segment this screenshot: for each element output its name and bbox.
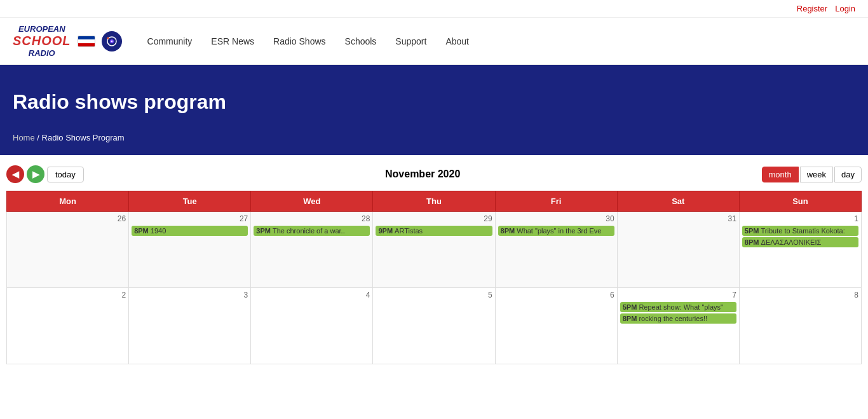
day-number: 1 — [742, 214, 858, 223]
view-buttons: month week day — [762, 167, 862, 182]
calendar-event[interactable]: 3PM The chronicle of a war.. — [254, 226, 370, 236]
radio-icon — [102, 31, 122, 52]
calendar-cell: 283PM The chronicle of a war.. — [251, 212, 373, 288]
nav-support[interactable]: Support — [395, 36, 426, 46]
col-header-wed: Wed — [251, 191, 373, 212]
event-title: ARTistas — [395, 227, 423, 235]
nav-community[interactable]: Community — [147, 36, 193, 46]
calendar-event[interactable]: 5PM Repeat show: What "plays" — [620, 302, 736, 312]
view-month-button[interactable]: month — [762, 167, 799, 182]
page-title: Radio shows program — [13, 90, 855, 114]
calendar-event[interactable]: 8PM What "plays" in the 3rd Eve — [498, 226, 614, 236]
day-number: 8 — [742, 291, 858, 299]
calendar-cell: 75PM Repeat show: What "plays"8PM rockin… — [617, 288, 739, 364]
col-header-sat: Sat — [617, 191, 739, 212]
breadcrumb-separator: / — [37, 133, 41, 142]
event-time: 8PM — [501, 227, 517, 235]
col-header-tue: Tue — [129, 191, 251, 212]
logo-line3: RADIO — [29, 48, 55, 58]
login-link[interactable]: Login — [835, 4, 855, 13]
calendar-week-row: 26278PM 1940283PM The chronicle of a war… — [7, 212, 862, 288]
prev-button[interactable]: ◀ — [6, 165, 24, 183]
logo-area: EUROPEAN SCHOOL RADIO — [13, 24, 122, 58]
nav-radio-shows[interactable]: Radio Shows — [273, 36, 326, 46]
col-header-thu: Thu — [373, 191, 495, 212]
event-time: 5PM — [745, 227, 761, 235]
calendar-cell: 3 — [129, 288, 251, 364]
top-bar: Register Login — [0, 0, 868, 18]
event-time: 8PM — [134, 227, 151, 235]
breadcrumb-home[interactable]: Home — [13, 133, 35, 142]
calendar-event[interactable]: 8PM 1940 — [132, 226, 248, 236]
svg-point-3 — [107, 37, 109, 39]
header: EUROPEAN SCHOOL RADIO Community ESR News… — [0, 18, 868, 65]
calendar-cell: 299PM ARTistas — [373, 212, 495, 288]
day-number: 3 — [132, 291, 248, 299]
day-number: 31 — [620, 214, 736, 223]
event-time: 9PM — [378, 227, 395, 235]
flag-icon — [78, 36, 95, 47]
breadcrumb-current: Radio Shows Program — [42, 133, 125, 142]
calendar-cell: 278PM 1940 — [129, 212, 251, 288]
day-number: 6 — [498, 291, 614, 299]
calendar-cell: 31 — [617, 212, 739, 288]
calendar-cell: 308PM What "plays" in the 3rd Eve — [495, 212, 617, 288]
view-day-button[interactable]: day — [834, 167, 862, 182]
calendar-event[interactable]: 9PM ARTistas — [376, 226, 492, 236]
calendar-event[interactable]: 8PM rocking the centuries!! — [620, 313, 736, 324]
event-title: 1940 — [151, 227, 166, 235]
event-time: 8PM — [623, 315, 639, 322]
calendar-event[interactable]: 5PM Tribute to Stamatis Kokota: — [742, 226, 858, 236]
calendar-toolbar: ◀ ▶ today November 2020 month week day — [6, 165, 862, 183]
col-header-fri: Fri — [495, 191, 617, 212]
today-button[interactable]: today — [47, 167, 84, 182]
logo-line1: EUROPEAN — [18, 24, 65, 34]
day-number: 27 — [132, 214, 248, 223]
logo-line2: SCHOOL — [13, 34, 71, 48]
next-button[interactable]: ▶ — [27, 165, 44, 183]
day-number: 28 — [254, 214, 370, 223]
calendar-cell: 5 — [373, 288, 495, 364]
calendar-month-title: November 2020 — [84, 168, 762, 180]
event-title: What "plays" in the 3rd Eve — [517, 227, 601, 235]
event-title: The chronicle of a war.. — [273, 227, 345, 235]
event-title: ΔΕΛΑΣΑΛΟΝΙΚΕΙΣ — [761, 238, 822, 246]
calendar-cell: 26 — [7, 212, 129, 288]
register-link[interactable]: Register — [797, 4, 827, 13]
svg-point-2 — [111, 40, 112, 41]
calendar-grid: MonTueWedThuFriSatSun 26278PM 1940283PM … — [6, 191, 862, 364]
calendar-section: ◀ ▶ today November 2020 month week day M… — [0, 155, 868, 374]
calendar-event[interactable]: 8PM ΔΕΛΑΣΑΛΟΝΙΚΕΙΣ — [742, 237, 858, 247]
day-number: 26 — [10, 214, 126, 223]
calendar-week-row: 2345675PM Repeat show: What "plays"8PM r… — [7, 288, 862, 364]
calendar-header: MonTueWedThuFriSatSun — [7, 191, 862, 212]
event-time: 8PM — [745, 238, 761, 246]
breadcrumb: Home / Radio Shows Program — [13, 133, 855, 142]
event-time: 5PM — [623, 303, 639, 311]
day-number: 4 — [254, 291, 370, 299]
event-title: Tribute to Stamatis Kokota: — [761, 227, 845, 235]
day-number: 30 — [498, 214, 614, 223]
day-number: 29 — [376, 214, 492, 223]
calendar-cell: 15PM Tribute to Stamatis Kokota:8PM ΔΕΛΑ… — [739, 212, 861, 288]
event-time: 3PM — [256, 227, 273, 235]
calendar-cell: 2 — [7, 288, 129, 364]
day-number: 5 — [376, 291, 492, 299]
nav-about[interactable]: About — [445, 36, 469, 46]
calendar-cell: 8 — [739, 288, 861, 364]
logo-graphic: EUROPEAN SCHOOL RADIO — [13, 24, 71, 58]
nav-esr-news[interactable]: ESR News — [211, 36, 254, 46]
nav-schools[interactable]: Schools — [345, 36, 377, 46]
view-week-button[interactable]: week — [800, 167, 833, 182]
calendar-cell: 6 — [495, 288, 617, 364]
hero-banner: Radio shows program Home / Radio Shows P… — [0, 65, 868, 155]
day-number: 2 — [10, 291, 126, 299]
col-header-sun: Sun — [739, 191, 861, 212]
event-title: rocking the centuries!! — [639, 315, 707, 322]
col-header-mon: Mon — [7, 191, 129, 212]
day-number: 7 — [620, 291, 736, 299]
event-title: Repeat show: What "plays" — [639, 303, 723, 311]
calendar-cell: 4 — [251, 288, 373, 364]
main-nav: Community ESR News Radio Shows Schools S… — [147, 36, 469, 46]
